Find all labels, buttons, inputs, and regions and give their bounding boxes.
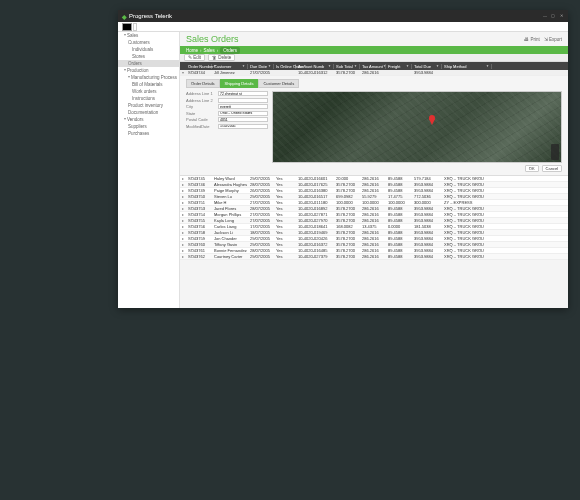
- cell: 286.2616: [360, 254, 386, 259]
- cell: 3578.2700: [334, 248, 360, 253]
- cell: 10-4020-016892: [296, 206, 334, 211]
- filter-icon[interactable]: ▼: [486, 64, 489, 68]
- cell: 89.4588: [386, 188, 412, 193]
- tree-node[interactable]: Manufacturing Process: [118, 74, 179, 81]
- cell: Haley Ward: [212, 176, 248, 181]
- cell: Carlos Liang: [212, 224, 248, 229]
- cell: XRQ – TRUCK GROU: [442, 206, 492, 211]
- cell: Bonnie Fernandez: [212, 248, 248, 253]
- field-input[interactable]: [218, 117, 268, 122]
- tree-node[interactable]: Orders: [118, 60, 179, 67]
- cell: 10-4020-016517: [296, 194, 334, 199]
- filter-icon[interactable]: ▼: [406, 64, 409, 68]
- cell: 286.2616: [360, 218, 386, 223]
- cell: Alexandra Hughes: [212, 182, 248, 187]
- tree-node[interactable]: Sales: [118, 32, 179, 39]
- field-input[interactable]: [218, 124, 268, 129]
- cell: 10-4020-016372: [296, 242, 334, 247]
- field-input[interactable]: [218, 111, 268, 116]
- cell: 89.4588: [386, 206, 412, 211]
- filter-icon[interactable]: ▼: [242, 64, 245, 68]
- cell: XRQ – TRUCK GROU: [442, 230, 492, 235]
- edit-button[interactable]: ✎ Edit: [184, 54, 205, 61]
- cell: 29/07/2005: [248, 254, 274, 259]
- export-button[interactable]: ⇲ Export: [544, 37, 562, 42]
- column-header[interactable]: Freight▼: [386, 64, 412, 69]
- tree-node[interactable]: Purchases: [118, 130, 179, 137]
- expand-icon[interactable]: [124, 34, 126, 37]
- cell: 100.0000: [360, 200, 386, 205]
- tree-node[interactable]: Customers: [118, 39, 179, 46]
- cell: 3953.9884: [412, 218, 442, 223]
- filter-icon[interactable]: ▼: [328, 64, 331, 68]
- cell: SO43754: [186, 212, 212, 217]
- cell: 10-4020-016312: [296, 70, 334, 75]
- column-header[interactable]: Due Date▼: [248, 64, 274, 69]
- table-row[interactable]: ▸SO43762Courtney Carter29/07/2005Yes10-4…: [180, 254, 568, 260]
- column-header[interactable]: Is Online Order▼: [274, 64, 296, 69]
- filter-icon[interactable]: ▼: [436, 64, 439, 68]
- tree-node[interactable]: Instructions: [118, 95, 179, 102]
- nav-tree: SalesCustomersIndividualsStoresOrdersPro…: [118, 32, 180, 308]
- close-icon[interactable]: ✕: [558, 13, 564, 19]
- column-header[interactable]: Ship Method▼: [442, 64, 492, 69]
- tree-node[interactable]: Suppliers: [118, 123, 179, 130]
- tree-node[interactable]: Individuals: [118, 46, 179, 53]
- detail-tab[interactable]: Shipping Details: [220, 79, 259, 88]
- cell: Yes: [274, 206, 296, 211]
- cell: 286.2616: [360, 212, 386, 217]
- print-button[interactable]: 🖶 Print: [524, 37, 540, 42]
- cell: 286.2616: [360, 176, 386, 181]
- filter-icon[interactable]: ▼: [354, 64, 357, 68]
- crumb[interactable]: Sales: [204, 48, 215, 53]
- cell: 699.0982: [334, 194, 360, 199]
- field-input[interactable]: [218, 91, 268, 96]
- cell: 3578.2700: [334, 212, 360, 217]
- filter-icon[interactable]: ▼: [383, 64, 386, 68]
- theme-swatch-alt[interactable]: [133, 23, 137, 31]
- theme-swatch[interactable]: [122, 23, 132, 31]
- map-view[interactable]: [272, 91, 562, 163]
- crumb[interactable]: Home: [186, 48, 198, 53]
- delete-button[interactable]: 🗑 Delete: [208, 54, 235, 61]
- brand-text-2: Telerik: [155, 13, 172, 19]
- tree-node[interactable]: Work orders: [118, 88, 179, 95]
- column-header[interactable]: Order Number▼: [186, 64, 212, 69]
- tree-node[interactable]: Vendors: [118, 116, 179, 123]
- cell: XRQ – TRUCK GROU: [442, 194, 492, 199]
- ok-button[interactable]: OK: [525, 165, 539, 172]
- cell: XRQ – TRUCK GROU: [442, 212, 492, 217]
- cell: 29/07/2005: [248, 236, 274, 241]
- minimize-icon[interactable]: —: [542, 13, 548, 19]
- tree-node[interactable]: Stores: [118, 53, 179, 60]
- field-input[interactable]: [218, 98, 268, 103]
- tree-node[interactable]: Bill of Materials: [118, 81, 179, 88]
- expand-icon[interactable]: [128, 76, 130, 79]
- cell: SO43750: [186, 194, 212, 199]
- cell: 3578.2700: [334, 70, 360, 75]
- column-header[interactable]: Tax Amount▼: [360, 64, 386, 69]
- column-header[interactable]: Account Numb▼: [296, 64, 334, 69]
- cell: 3578.2700: [334, 254, 360, 259]
- filter-icon[interactable]: ▼: [214, 64, 217, 68]
- tree-node[interactable]: Documentation: [118, 109, 179, 116]
- cell: Courtney Carter: [212, 254, 248, 259]
- map-zoom-control[interactable]: [551, 144, 559, 160]
- filter-icon[interactable]: ▼: [303, 64, 306, 68]
- cell: 168.0082: [334, 224, 360, 229]
- detail-tab[interactable]: Customer Details: [258, 79, 299, 88]
- detail-tab[interactable]: Order Details: [186, 79, 220, 88]
- maximize-icon[interactable]: ▢: [550, 13, 556, 19]
- cell: Yes: [274, 176, 296, 181]
- filter-icon[interactable]: ▼: [268, 64, 271, 68]
- tree-node[interactable]: Product inventory: [118, 102, 179, 109]
- expand-icon[interactable]: [124, 69, 126, 72]
- column-header[interactable]: Total Due▼: [412, 64, 442, 69]
- field-input[interactable]: [218, 104, 268, 109]
- column-header[interactable]: Sub Total▼: [334, 64, 360, 69]
- column-header[interactable]: Customer▼: [212, 64, 248, 69]
- expand-icon[interactable]: [124, 118, 126, 121]
- tree-node[interactable]: Production: [118, 67, 179, 74]
- cell: 18/07/2005: [248, 230, 274, 235]
- cancel-button[interactable]: Cancel: [542, 165, 562, 172]
